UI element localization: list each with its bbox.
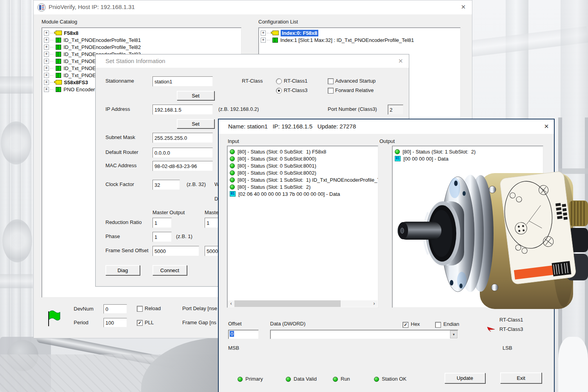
frame-send-offset-label: Frame Send Offset: [105, 247, 149, 253]
app-icon: [37, 3, 46, 13]
devnum-label: DevNum: [74, 306, 94, 312]
reduction-ratio-input[interactable]: [153, 218, 171, 228]
config-item[interactable]: Index:0: F58x8: [259, 29, 460, 36]
set-ip-button[interactable]: Set: [177, 119, 214, 128]
set-station-title: Set Station Information: [105, 58, 165, 64]
period-input[interactable]: [104, 318, 127, 327]
scroll-left-icon[interactable]: [228, 300, 234, 307]
port-number-input[interactable]: [388, 105, 403, 114]
lsb-label: LSB: [503, 345, 512, 351]
led-green-icon: [395, 149, 400, 154]
expand-icon[interactable]: [261, 31, 266, 36]
stationname-input[interactable]: [153, 77, 212, 86]
module-green-icon: [56, 52, 61, 57]
forward-relative-label: Forward Relative: [335, 87, 374, 93]
tree-item[interactable]: F58x8: [42, 29, 241, 36]
output-list-item[interactable]: [80] - Status (Slot: 1 SubSlot: 2): [392, 148, 543, 155]
input-list-item[interactable]: [02 06 40 00 00 00 13 7b 00 00 00 00] - …: [227, 190, 378, 197]
expand-icon[interactable]: [44, 80, 49, 85]
main-titlebar: PnioVerify, Host IP: 192.168.1.31: [34, 0, 472, 15]
forward-relative-checkbox[interactable]: [328, 88, 334, 94]
input-list-item[interactable]: [80] - Status (Slot: 1 SubSlot: 1) ID_Tx…: [227, 176, 378, 183]
subnet-mask-input[interactable]: [153, 133, 212, 143]
expand-icon[interactable]: [44, 52, 49, 57]
rt-class3-radio[interactable]: [276, 88, 282, 94]
offset-input[interactable]: 0: [228, 330, 259, 339]
monitor-close-icon[interactable]: [543, 123, 550, 130]
expand-icon[interactable]: [44, 66, 49, 71]
scroll-right-icon[interactable]: [371, 300, 377, 307]
red-flag-icon: [487, 326, 495, 333]
hex-label: Hex: [411, 321, 420, 327]
data-dword-combobox[interactable]: [270, 330, 458, 339]
reload-label: Reload: [145, 305, 161, 311]
rt-class-label: RT-Class: [242, 78, 263, 84]
tree-item[interactable]: ID_Txt_PNOEncoderProfile_Tel81: [42, 36, 241, 43]
main-close-icon[interactable]: [459, 3, 467, 11]
data-valid-label: Data Valid: [294, 376, 317, 382]
clock-factor-input[interactable]: [153, 180, 180, 190]
module-catalog-label: Module Catalog: [42, 19, 77, 25]
data-01-icon: [230, 191, 236, 197]
expand-icon[interactable]: [44, 59, 49, 64]
dropdown-arrow-icon[interactable]: [450, 331, 457, 338]
frame-send-offset-input[interactable]: [153, 246, 199, 256]
port-number-label: Port Number (Class3): [328, 106, 377, 112]
expand-icon[interactable]: [44, 31, 49, 36]
module-green-icon: [56, 73, 61, 78]
update-button[interactable]: Update: [445, 373, 485, 383]
data-01-icon: [395, 156, 401, 161]
input-list-hscrollbar[interactable]: [228, 300, 377, 307]
module-green-icon: [272, 38, 278, 43]
expand-icon[interactable]: [261, 38, 266, 43]
tree-item[interactable]: ID_Txt_PNOEncoderProfile_Tel82: [42, 43, 241, 51]
led-green-icon: [230, 177, 235, 182]
input-list-item[interactable]: [80] - Status (Slot: 0 SubSlot: 1) F58x8: [227, 148, 378, 155]
expand-icon[interactable]: [44, 73, 49, 78]
set-station-close-icon[interactable]: [397, 57, 405, 65]
phase-hint: (z.B. 1): [176, 233, 192, 239]
input-list-item[interactable]: [80] - Status (Slot: 0 SubSlot:8000): [227, 155, 378, 162]
period-label: Period: [74, 320, 89, 325]
exit-button[interactable]: Exit: [500, 372, 542, 383]
output-list-item[interactable]: [00 00 00 00] - Data: [392, 155, 543, 162]
connector-yellow-icon: [56, 31, 62, 35]
input-list-item[interactable]: [80] - Status (Slot: 0 SubSlot:8001): [227, 162, 378, 169]
advanced-startup-checkbox[interactable]: [328, 78, 334, 84]
config-item[interactable]: Index:1 [Slot:1 Max:32] : ID_Txt_PNOEnco…: [259, 36, 460, 43]
diag-button[interactable]: Diag: [105, 265, 140, 275]
input-list-item[interactable]: [80] - Status (Slot: 1 SubSlot: 2): [227, 183, 378, 190]
configuration-list-label: Configuration List: [258, 19, 298, 25]
expand-icon[interactable]: [44, 38, 49, 43]
endian-checkbox[interactable]: [435, 322, 441, 328]
reload-checkbox[interactable]: [137, 306, 143, 312]
pll-checkbox[interactable]: [137, 320, 143, 326]
devnum-input[interactable]: [104, 305, 127, 313]
connect-button[interactable]: Connect: [152, 265, 187, 275]
led-green-icon: [230, 156, 235, 161]
input-label: Input: [228, 138, 239, 144]
default-router-input[interactable]: [153, 148, 212, 157]
offset-selected-text: 0: [230, 331, 234, 337]
input-list[interactable]: [80] - Status (Slot: 0 SubSlot: 1) F58x8…: [227, 146, 378, 308]
rt-class1-radio[interactable]: [276, 78, 282, 84]
scroll-thumb[interactable]: [234, 300, 341, 307]
port-delay-label: Port Delay [nse: [182, 305, 217, 311]
output-list[interactable]: [80] - Status (Slot: 1 SubSlot: 2) [00 0…: [392, 146, 543, 308]
phase-label: Phase: [105, 233, 120, 239]
ip-address-input[interactable]: [153, 105, 212, 114]
run-label: Run: [341, 376, 350, 382]
expand-icon[interactable]: [44, 87, 49, 92]
master-input-header-fragment: Maste: [205, 210, 218, 215]
input-list-item[interactable]: [80] - Status (Slot: 0 SubSlot:8002): [227, 169, 378, 176]
led-green-icon: [230, 170, 235, 175]
hex-checkbox[interactable]: [403, 322, 408, 328]
offset-label: Offset: [228, 321, 241, 327]
expand-icon[interactable]: [44, 45, 49, 50]
default-router-label: Default Router: [105, 149, 138, 155]
set-stationname-button[interactable]: Set: [177, 91, 214, 100]
mac-address-input[interactable]: [153, 161, 212, 171]
pipe-flange: [2, 219, 32, 262]
phase-input[interactable]: [153, 232, 171, 242]
clock-factor-hint: (z.B. 32): [187, 181, 206, 187]
